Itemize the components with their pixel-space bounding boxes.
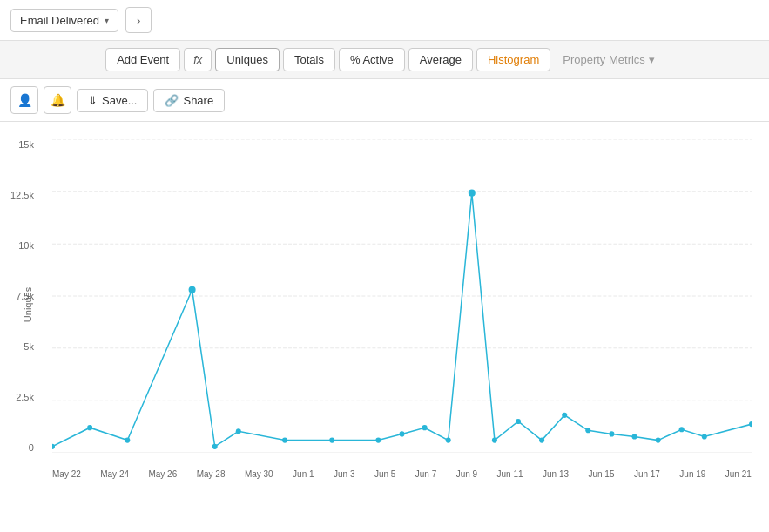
data-point	[87, 425, 92, 430]
y-label-0: 0	[10, 442, 34, 453]
forward-arrow-icon: ›	[137, 14, 140, 27]
y-label-10k: 10k	[10, 240, 34, 251]
data-point	[282, 438, 287, 443]
property-metrics-label: Property Metrics	[563, 53, 645, 66]
data-point-spike2	[469, 190, 476, 197]
chart-container: Uniques 15k 12.5k 10k 7.5k 5k 2.5k 0	[0, 122, 769, 488]
share-icon: 🔗	[165, 94, 179, 107]
x-label-may24: May 24	[100, 469, 129, 479]
data-point	[212, 444, 218, 449]
data-point	[329, 438, 334, 443]
data-point	[609, 431, 614, 436]
data-point	[446, 438, 451, 443]
data-point	[562, 413, 567, 418]
data-point	[702, 434, 707, 439]
uniques-button[interactable]: Uniques	[215, 48, 280, 71]
chart-area: 15k 12.5k 10k 7.5k 5k 2.5k 0	[52, 139, 752, 453]
x-label-jun11: Jun 11	[497, 469, 523, 479]
pct-active-button[interactable]: % Active	[339, 48, 405, 71]
data-point	[52, 444, 55, 449]
x-label-jun13: Jun 13	[543, 469, 569, 479]
y-label-5k: 5k	[10, 341, 34, 352]
data-point-spike1	[189, 286, 196, 293]
x-label-jun9: Jun 9	[456, 469, 477, 479]
data-point	[236, 428, 241, 434]
totals-button[interactable]: Totals	[283, 48, 335, 71]
x-label-jun15: Jun 15	[588, 469, 614, 479]
y-label-2-5k: 2.5k	[10, 392, 34, 402]
x-label-jun7: Jun 7	[415, 469, 436, 479]
data-point	[492, 438, 497, 443]
dropdown-arrow-icon: ▾	[105, 16, 109, 25]
data-point	[375, 438, 381, 443]
average-button[interactable]: Average	[408, 48, 473, 71]
x-label-jun17: Jun 17	[634, 469, 660, 479]
chart-svg	[52, 139, 752, 453]
data-point	[749, 421, 752, 427]
save-label: Save...	[102, 94, 137, 107]
bell-icon-button[interactable]: 🔔	[44, 86, 71, 114]
x-labels: May 22 May 24 May 26 May 28 May 30 Jun 1…	[52, 469, 752, 479]
x-label-jun3: Jun 3	[334, 469, 354, 479]
top-bar: Email Delivered ▾ ›	[0, 0, 769, 41]
x-label-jun19: Jun 19	[679, 469, 705, 479]
dropdown-label: Email Delivered	[20, 14, 99, 27]
share-button[interactable]: 🔗 Share	[153, 89, 225, 112]
formula-button[interactable]: fx	[184, 48, 212, 71]
x-label-may26: May 26	[148, 469, 177, 479]
share-label: Share	[183, 94, 213, 107]
toolbar: Add Event fx Uniques Totals % Active Ave…	[0, 41, 769, 79]
save-icon: ⇓	[88, 94, 98, 107]
x-label-jun1: Jun 1	[293, 469, 314, 479]
property-metrics-button[interactable]: Property Metrics ▾	[554, 49, 664, 71]
y-label-15k: 15k	[10, 139, 34, 150]
data-point	[125, 438, 130, 443]
bell-icon: 🔔	[51, 93, 65, 107]
data-point	[422, 425, 428, 430]
data-point	[539, 438, 544, 443]
y-labels: 15k 12.5k 10k 7.5k 5k 2.5k 0	[10, 139, 34, 453]
email-delivered-dropdown[interactable]: Email Delivered ▾	[10, 9, 118, 32]
data-point	[399, 431, 404, 436]
forward-nav-button[interactable]: ›	[125, 7, 152, 33]
x-label-may28: May 28	[197, 469, 226, 479]
y-label-12-5k: 12.5k	[10, 190, 34, 200]
x-label-may22: May 22	[52, 469, 81, 479]
user-icon: 👤	[17, 93, 32, 107]
property-metrics-arrow-icon: ▾	[649, 53, 655, 66]
data-point	[631, 434, 637, 439]
histogram-button[interactable]: Histogram	[476, 48, 550, 71]
x-label-jun5: Jun 5	[374, 469, 395, 479]
data-point	[679, 427, 685, 432]
chart-line	[52, 193, 752, 447]
save-button[interactable]: ⇓ Save...	[77, 89, 148, 112]
action-bar: 👤 🔔 ⇓ Save... 🔗 Share	[0, 79, 769, 122]
x-label-may30: May 30	[245, 469, 273, 479]
data-point	[656, 438, 661, 443]
data-point	[585, 428, 590, 433]
y-label-7-5k: 7.5k	[10, 291, 34, 301]
user-icon-button[interactable]: 👤	[10, 86, 38, 114]
data-point	[516, 419, 521, 424]
x-label-jun21: Jun 21	[725, 469, 752, 479]
pct-active-label: % Active	[350, 53, 394, 66]
add-event-button[interactable]: Add Event	[105, 48, 180, 71]
